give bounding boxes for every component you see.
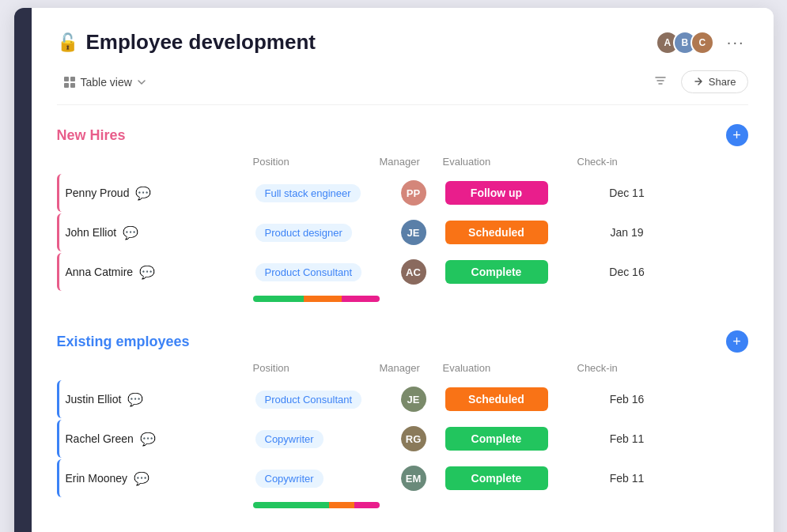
eval-badge: Complete — [445, 466, 548, 490]
eval-badge: Scheduled — [445, 221, 548, 244]
svg-rect-3 — [70, 83, 75, 88]
toolbar: Table view Share — [57, 70, 748, 105]
cell-position: Full stack engineer — [255, 184, 382, 202]
progress-segment-orange — [329, 502, 354, 508]
share-label: Share — [709, 76, 736, 88]
progress-segment-green — [253, 502, 329, 508]
new-hires-title: New Hires — [57, 127, 126, 144]
col-manager: Manager — [380, 156, 443, 168]
cell-manager: JE — [382, 387, 445, 412]
cell-name: Rachel Green 💬 — [66, 432, 255, 447]
manager-avatar: RG — [401, 426, 426, 451]
new-hires-header-row: New Hires + — [57, 124, 748, 146]
chat-icon: 💬 — [127, 392, 143, 407]
existing-employees-add-button[interactable]: + — [726, 330, 748, 353]
share-button[interactable]: Share — [681, 70, 748, 93]
table-row: Erin Mooney 💬 Copywriter EM Complete Feb… — [57, 459, 748, 497]
more-options-button[interactable]: ··· — [724, 30, 748, 55]
cell-name: Anna Catmire 💬 — [66, 265, 255, 280]
lock-icon: 🔓 — [57, 32, 78, 53]
cell-evaluation: Complete — [445, 427, 580, 451]
chat-icon: 💬 — [134, 471, 149, 486]
col-checkin: Check-in — [577, 362, 672, 374]
new-hires-section: New Hires + Position Manager Evaluation … — [57, 124, 748, 305]
chat-icon: 💬 — [140, 432, 156, 447]
employee-name: John Elliot — [66, 226, 117, 239]
cell-manager: JE — [382, 220, 445, 245]
sidebar — [14, 8, 32, 532]
eval-badge: Follow up — [445, 181, 548, 205]
manager-avatar: PP — [401, 180, 426, 206]
view-label: Table view — [81, 76, 132, 89]
cell-position: Product Consultant — [255, 391, 382, 409]
toolbar-right: Share — [648, 70, 748, 93]
position-badge: Product designer — [255, 224, 352, 242]
avatar-3: C — [691, 31, 714, 55]
cell-name: Justin Elliot 💬 — [66, 392, 255, 407]
cell-position: Copywriter — [255, 430, 382, 448]
eval-badge: Scheduled — [445, 387, 548, 411]
cell-manager: RG — [382, 426, 445, 451]
table-row: Rachel Green 💬 Copywriter RG Complete Fe… — [57, 420, 748, 458]
employee-name: Anna Catmire — [66, 266, 134, 278]
position-badge: Copywriter — [255, 470, 324, 488]
col-position: Position — [253, 362, 380, 374]
cell-position: Product Consultant — [255, 263, 382, 281]
position-badge: Product Consultant — [255, 263, 362, 281]
svg-rect-0 — [64, 77, 69, 81]
table-row: Penny Proud 💬 Full stack engineer PP Fol… — [57, 174, 748, 212]
chat-icon: 💬 — [135, 186, 151, 201]
cell-name: John Elliot 💬 — [66, 225, 255, 240]
new-hires-progress-bar — [253, 296, 380, 302]
position-badge: Full stack engineer — [255, 184, 361, 202]
progress-segment-orange — [304, 296, 342, 302]
cell-manager: EM — [382, 466, 445, 491]
existing-employees-header-row: Existing employees + — [57, 330, 748, 353]
cell-manager: AC — [382, 259, 445, 285]
cell-evaluation: Follow up — [445, 181, 580, 205]
employee-name: Penny Proud — [66, 187, 130, 199]
col-manager: Manager — [380, 362, 443, 374]
employee-name: Rachel Green — [66, 432, 134, 445]
new-hires-add-button[interactable]: + — [726, 124, 748, 146]
table-icon — [63, 76, 76, 89]
svg-rect-1 — [70, 77, 75, 81]
new-hires-col-headers: Position Manager Evaluation Check-in — [57, 156, 748, 174]
progress-segment-pink — [342, 296, 380, 302]
progress-segment-green — [253, 296, 304, 302]
collaborators-avatars: A B C — [656, 31, 714, 55]
app-window: 🔓 Employee development A B C ··· — [14, 8, 774, 532]
cell-manager: PP — [382, 180, 445, 206]
cell-checkin: Feb 16 — [580, 393, 675, 406]
cell-evaluation: Scheduled — [445, 387, 580, 411]
existing-employees-title: Existing employees — [57, 334, 190, 350]
existing-employees-progress-row — [57, 499, 748, 511]
employee-name: Justin Elliot — [66, 393, 122, 406]
cell-checkin: Jan 19 — [580, 226, 675, 239]
cell-checkin: Feb 11 — [580, 432, 675, 445]
table-row: Justin Elliot 💬 Product Consultant JE Sc… — [57, 380, 748, 418]
table-view-button[interactable]: Table view — [57, 73, 153, 92]
col-checkin: Check-in — [577, 156, 672, 168]
manager-avatar: JE — [401, 387, 426, 412]
page-title: Employee development — [86, 30, 316, 55]
eval-badge: Complete — [445, 427, 548, 451]
col-evaluation: Evaluation — [443, 156, 577, 168]
cell-checkin: Dec 16 — [580, 266, 675, 278]
header-left: 🔓 Employee development — [57, 30, 316, 55]
existing-employees-col-headers: Position Manager Evaluation Check-in — [57, 362, 748, 380]
cell-name: Penny Proud 💬 — [66, 186, 255, 201]
cell-evaluation: Complete — [445, 466, 580, 490]
table-row: Anna Catmire 💬 Product Consultant AC Com… — [57, 253, 748, 291]
existing-employees-progress-bar — [253, 502, 380, 508]
col-evaluation: Evaluation — [443, 362, 577, 374]
new-hires-progress-row — [57, 292, 748, 305]
chat-icon: 💬 — [139, 265, 155, 280]
col-position: Position — [253, 156, 380, 168]
chevron-down-icon — [137, 77, 146, 87]
cell-name: Erin Mooney 💬 — [66, 471, 255, 486]
eval-badge: Complete — [445, 260, 548, 284]
manager-avatar: JE — [401, 220, 426, 245]
filter-button[interactable] — [648, 71, 673, 93]
cell-evaluation: Scheduled — [445, 221, 580, 244]
